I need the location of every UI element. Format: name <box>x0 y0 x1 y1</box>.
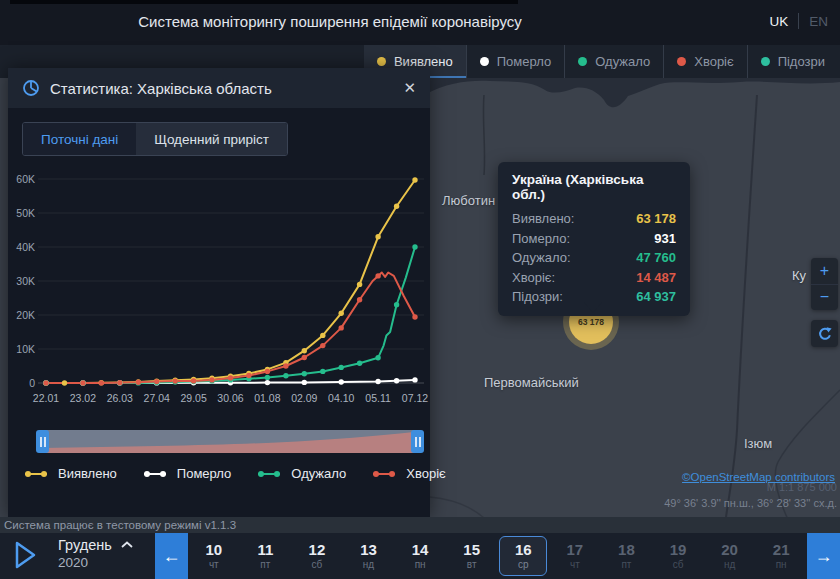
tooltip-row: Виявлено:63 178 <box>512 209 676 229</box>
lang-uk-button[interactable]: UK <box>769 14 788 29</box>
day-cell-13[interactable]: 13нд <box>345 536 393 576</box>
tooltip-row-label: Хворіє: <box>512 270 555 285</box>
chevron-up-icon <box>121 541 133 549</box>
status-bar: Система працює в тестовому режимі v1.1.3 <box>0 517 840 533</box>
panel-tabs: Поточні дані Щоденний приріст <box>22 122 288 156</box>
day-cell-16[interactable]: 16ср <box>499 536 547 576</box>
legend-filter-3[interactable]: Хворіє <box>663 45 746 78</box>
day-number: 12 <box>309 542 326 558</box>
data-point <box>283 373 288 378</box>
zoom-out-button[interactable]: − <box>811 285 838 311</box>
data-point <box>265 380 270 385</box>
data-point <box>136 380 141 385</box>
osm-attribution-link[interactable]: ©OpenStreetMap contributors <box>682 471 835 483</box>
chart-legend-label: Одужало <box>291 466 346 481</box>
legend-filter-label: Одужало <box>595 54 650 69</box>
tooltip-row: Померло:931 <box>512 229 676 249</box>
data-point <box>154 379 159 384</box>
data-point <box>320 343 325 348</box>
chart-legend-label: Хворіє <box>406 466 445 481</box>
data-point <box>375 355 380 360</box>
lang-en-button[interactable]: EN <box>809 14 828 29</box>
chart-legend-item-Померло[interactable]: Померло <box>141 466 232 481</box>
tab-daily-growth[interactable]: Щоденний приріст <box>136 123 287 155</box>
day-weekday: вт <box>467 559 477 570</box>
chart-legend-item-Одужало[interactable]: Одужало <box>255 466 346 481</box>
tooltip-row-value: 64 937 <box>636 289 676 304</box>
arrow-right-icon: → <box>815 546 833 567</box>
rotate-map-button[interactable] <box>811 320 838 347</box>
svg-text:10K: 10K <box>16 343 35 355</box>
close-icon[interactable]: ✕ <box>403 79 416 97</box>
data-point <box>339 379 344 384</box>
day-weekday: нд <box>724 559 735 570</box>
arrow-left-icon: ← <box>163 546 181 567</box>
svg-text:0: 0 <box>29 377 35 389</box>
day-cell-12[interactable]: 12сб <box>293 536 341 576</box>
month-selector[interactable]: Грудень 2020 <box>58 537 133 570</box>
svg-text:23.02: 23.02 <box>70 392 96 404</box>
day-number: 11 <box>257 542 273 558</box>
zoom-in-button[interactable]: + <box>811 258 838 285</box>
tooltip-row-value: 47 760 <box>636 250 676 265</box>
data-point <box>246 373 251 378</box>
slider-track[interactable] <box>42 430 418 453</box>
slider-area-chart <box>42 430 418 453</box>
day-cell-21: 21пн <box>757 536 805 576</box>
day-number: 18 <box>618 542 635 558</box>
day-weekday: пн <box>776 559 787 570</box>
svg-text:40K: 40K <box>16 241 35 253</box>
month-label: Грудень <box>58 537 112 553</box>
data-point <box>173 378 178 383</box>
day-cell-20: 20нд <box>706 536 754 576</box>
tooltip-row: Хворіє:14 487 <box>512 268 676 288</box>
slider-handle-right[interactable] <box>411 430 424 453</box>
next-day-button[interactable]: → <box>807 533 840 579</box>
chart-legend-item-Хворіє[interactable]: Хворіє <box>370 466 445 481</box>
svg-text:50K: 50K <box>16 207 35 219</box>
legend-filter-1[interactable]: Померло <box>466 45 565 78</box>
map-label-izium: Ізюм <box>744 436 772 451</box>
svg-text:29.05: 29.05 <box>180 392 206 404</box>
data-point <box>191 378 196 383</box>
day-weekday: пт <box>260 559 270 570</box>
data-point <box>302 355 307 360</box>
play-button[interactable] <box>12 540 40 572</box>
day-weekday: чт <box>209 559 219 570</box>
tooltip-row-label: Одужало: <box>512 250 571 265</box>
data-point <box>117 380 122 385</box>
app-title: Система моніторингу поширення епідемії к… <box>0 13 660 30</box>
day-cell-11[interactable]: 11пт <box>242 536 290 576</box>
day-cell-10[interactable]: 10чт <box>190 536 238 576</box>
svg-text:01.08: 01.08 <box>254 392 280 404</box>
prev-day-button[interactable]: ← <box>155 533 188 579</box>
svg-text:30.06: 30.06 <box>217 392 243 404</box>
data-point <box>302 348 307 353</box>
data-point <box>375 234 380 239</box>
panel-title: Статистика: Харківська область <box>50 80 272 97</box>
day-cell-17: 17чт <box>551 536 599 576</box>
legend-dot-icon <box>480 57 489 66</box>
legend-filter-4[interactable]: Підозри <box>747 45 838 78</box>
day-weekday: сб <box>673 559 684 570</box>
svg-text:07.12: 07.12 <box>402 392 428 404</box>
day-weekday: нд <box>363 559 374 570</box>
status-text: Система працює в тестовому режимі v1.1.3 <box>0 519 236 531</box>
tooltip-title: Україна (Харківська обл.) <box>512 172 676 202</box>
legend-line-icon <box>141 469 169 479</box>
date-navigation-bar: Грудень 2020 ← 10чт11пт12сб13нд14пн15вт1… <box>0 533 840 579</box>
legend-dot-icon <box>761 57 770 66</box>
slider-handle-left[interactable] <box>36 430 49 453</box>
tab-current-data[interactable]: Поточні дані <box>23 123 136 155</box>
chart-legend-label: Померло <box>177 466 232 481</box>
map-label-partial: Ку <box>792 268 806 283</box>
data-point <box>99 380 104 385</box>
day-number: 15 <box>463 542 480 558</box>
chart-legend-item-Виявлено[interactable]: Виявлено <box>22 466 117 481</box>
data-point <box>339 311 344 316</box>
day-cell-14[interactable]: 14пн <box>396 536 444 576</box>
svg-text:22.01: 22.01 <box>33 392 59 404</box>
time-range-slider[interactable] <box>36 430 424 453</box>
day-cell-15[interactable]: 15вт <box>448 536 496 576</box>
legend-filter-2[interactable]: Одужало <box>564 45 663 78</box>
